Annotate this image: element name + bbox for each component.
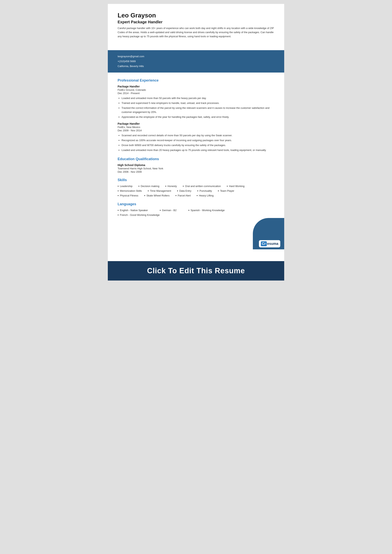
candidate-name: Leo Grayson [118, 12, 274, 19]
bullet-item: Loaded and unloaded more than 50 parcels… [121, 96, 274, 100]
bullet-item: Drove both W900 and W700 delivery trucks… [121, 143, 274, 147]
skill-item: Honesty [165, 184, 177, 188]
skill-item: Decision making [138, 184, 159, 188]
lang-item: French - Good Working Knowledge [118, 213, 160, 217]
skills-row-2: Memorization Skills Time Management Data… [118, 189, 274, 193]
cta-bar[interactable]: Click To Edit This Resume [108, 261, 284, 281]
cresuma-logo: Cr esuma [259, 240, 280, 247]
lang-row-2: French - Good Working Knowledge [118, 213, 274, 217]
candidate-summary: Careful package handler with 10+ years o… [118, 26, 274, 38]
skill-item: Team Player [218, 189, 234, 193]
skill-item: Leadership [118, 184, 133, 188]
job-2-bullets: Scanned and recorded correct details of … [121, 133, 274, 152]
contact-bar: leograyson@gmail.com +(310)458 5689 Cali… [108, 50, 284, 72]
lang-item: German - B2 [160, 209, 177, 212]
resume-header: Leo Grayson Expert Package Handler Caref… [118, 12, 274, 38]
job-1-company: FedEx Ground, Colorado [118, 88, 274, 91]
contact-email: leograyson@gmail.com [118, 54, 274, 59]
education-1: High School Diploma Townsend Harris High… [118, 163, 274, 173]
bullet-item: Tracked the correct information of the p… [121, 106, 274, 114]
skills-section: Leadership Decision making Honesty Oral … [118, 184, 274, 197]
job-2-dates: Dec 2009 - Nov 2014 [118, 129, 274, 132]
logo-text: esuma [267, 242, 278, 246]
cta-text[interactable]: Click To Edit This Resume [147, 266, 245, 275]
education-section-title: Education Qualifications [118, 157, 274, 161]
candidate-title: Expert Package Handler [118, 20, 274, 24]
skill-item: Hard Working [227, 184, 245, 188]
contact-phone: +(310)458 5689 [118, 59, 274, 64]
skills-row-3: Physical Fitness Skate Wheel Rollers Par… [118, 194, 274, 197]
lang-item: English - Native Speaker [118, 209, 148, 212]
skill-item: Data Entry [177, 189, 191, 193]
job-2-title: Package Handler [118, 122, 274, 125]
skills-row-1: Leadership Decision making Honesty Oral … [118, 184, 274, 188]
skill-item: Time Management [148, 189, 171, 193]
skill-item: Punctuality [197, 189, 212, 193]
logo-letter: Cr [261, 241, 267, 246]
job-1-title: Package Handler [118, 85, 274, 88]
skill-item: Parcel Alert [175, 194, 191, 197]
edu-degree: High School Diploma [118, 163, 274, 167]
skills-section-title: Skills [118, 178, 274, 182]
bullet-item: Scanned and recorded correct details of … [121, 133, 274, 138]
skill-item: Physical Fitness [118, 194, 138, 197]
skill-item: Heavy Lifting [196, 194, 214, 197]
job-1-dates: Dec 2014 - Present [118, 92, 274, 95]
bullet-item: Appreciated as the employee of the year … [121, 115, 274, 119]
bottom-area: Cr esuma Click To Edit This Resume [108, 242, 284, 281]
resume-body: Leo Grayson Expert Package Handler Caref… [108, 4, 284, 50]
languages-section: English - Native Speaker German - B2 Spa… [118, 209, 274, 217]
skill-item: Memorization Skills [118, 189, 142, 193]
job-2-company: FedEx, New Mexico [118, 126, 274, 129]
job-2: Package Handler FedEx, New Mexico Dec 20… [118, 122, 274, 152]
lang-item: Spanish - Working Knowledge [188, 209, 225, 212]
edu-dates: Dec 2006 - Nov 2009 [118, 170, 274, 173]
job-1: Package Handler FedEx Ground, Colorado D… [118, 85, 274, 119]
bullet-item: Trained and supervised 5 new employers t… [121, 101, 274, 105]
skill-item: Skate Wheel Rollers [144, 194, 169, 197]
bullet-item: Recognized as 100% accurate record-keepe… [121, 138, 274, 142]
resume-page: Leo Grayson Expert Package Handler Caref… [108, 4, 284, 281]
resume-sections: Professional Experience Package Handler … [108, 78, 284, 226]
experience-section-title: Professional Experience [118, 78, 274, 83]
edu-school: Townsend Harris High School, New York [118, 167, 274, 170]
job-1-bullets: Loaded and unloaded more than 50 parcels… [121, 96, 274, 119]
skill-item: Oral and written communication [183, 184, 221, 188]
contact-location: California, Beverly Hills [118, 64, 274, 69]
lang-row-1: English - Native Speaker German - B2 Spa… [118, 209, 274, 212]
bullet-item: Loaded and unloaded more than 20 heavy p… [121, 148, 274, 152]
languages-section-title: Languages [118, 202, 274, 206]
